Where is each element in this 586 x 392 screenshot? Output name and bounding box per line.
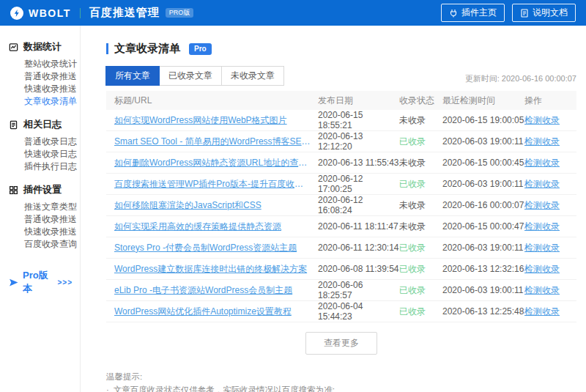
filter-tab[interactable]: 已收录文章 [159,66,222,86]
check-index-link[interactable]: 检测收录 [524,285,560,295]
tips-title: 温馨提示: [106,371,576,383]
sidebar-section-title: 插件设置 [9,183,80,196]
sidebar-section-title: 数据统计 [9,40,80,53]
table-header: 标题/URL 发布日期 收录状态 最近检测时间 操作 [106,91,576,110]
sidebar-item[interactable]: 快速收录日志 [9,147,80,160]
main-content: 文章收录清单 Pro 所有文章已收录文章未收录文章 更新时间: 2020-06-… [81,26,586,392]
sidebar-item[interactable]: 普通收录日志 [9,135,80,147]
article-title-link[interactable]: Smart SEO Tool - 简单易用的WordPress博客SEO优化插件 [114,136,318,148]
sidebar-item[interactable]: 插件执行日志 [9,160,80,172]
table-body: 如何实现WordPress网站使用WebP格式图片 2020-06-15 18:… [106,110,576,322]
publish-date: 2020-06-13 12:12:20 [318,131,399,152]
article-title-link[interactable]: WordPress网站优化插件Autoptimize设置教程 [114,306,318,318]
check-index-link[interactable]: 检测收录 [524,243,560,253]
article-title-link[interactable]: Storeys Pro -付费会员制WordPress资源站主题 [114,242,318,254]
sidebar-item[interactable]: 推送文章类型 [9,200,80,212]
sidebar-item[interactable]: 快速收录推送 [9,82,80,95]
article-title-link[interactable]: 如何移除阻塞渲染的JavaScript和CSS [114,199,318,212]
check-index-link[interactable]: 检测收录 [524,115,560,125]
sidebar-pro-link[interactable]: Pro版本 >>> [9,269,80,295]
article-title-link[interactable]: 如何实现采用高效的缓存策略提供静态资源 [114,221,318,233]
check-index-link[interactable]: 检测收录 [524,179,560,189]
col-header-index-status: 收录状态 [399,95,442,107]
last-check-time: 2020-06-16 00:00:07 [442,200,524,210]
header-button-label: 说明文档 [533,7,568,19]
check-index-link[interactable]: 检测收录 [524,264,560,274]
sidebar-item[interactable]: 整站收录统计 [9,57,80,70]
last-check-time: 2020-06-13 12:32:16 [442,264,524,274]
pro-label: Pro版本 [23,269,53,295]
title-accent-bar [106,43,108,54]
grid-icon [9,185,18,195]
tips-panel: 温馨提示: 文章百度收录状态仅供参考，实际收录情况以百度搜索为准;插件根据实际情… [106,371,576,392]
articles-table: 标题/URL 发布日期 收录状态 最近检测时间 操作 如何实现WordPress… [106,91,576,322]
article-title-link[interactable]: 百度搜索推送管理WP插件Pro版本-提升百度收录效率 [114,178,318,191]
publish-date: 2020-06-08 11:39:54 [318,264,399,274]
publish-date: 2020-06-11 12:30:14 [318,243,399,253]
docs-button[interactable]: 说明文档 [512,4,576,22]
load-more-button[interactable]: 查看更多 [305,332,377,355]
app-title: 百度推送管理 [89,6,160,20]
sidebar-item[interactable]: 普通收录推送 [9,70,80,82]
index-status: 未收录 [399,157,442,169]
sidebar-section-label: 数据统计 [23,40,62,53]
plugin-home-button[interactable]: 插件主页 [441,4,505,22]
filter-tab[interactable]: 未收录文章 [221,66,284,86]
chart-icon [9,42,18,52]
last-check-time: 2020-06-13 12:25:48 [442,306,524,317]
sidebar-item[interactable]: 百度收录查询 [9,237,80,250]
sidebar-section: 插件设置 推送文章类型普通收录推送快速收录推送百度收录查询 [9,183,80,250]
index-status: 未收录 [399,199,442,212]
article-title-link[interactable]: WordPress建立数据库连接时出错的终极解决方案 [114,263,318,275]
article-title-link[interactable]: eLib Pro -电子书资源站WordPress会员制主题 [114,284,318,297]
sidebar-item[interactable]: 快速收录推送 [9,225,80,237]
index-status: 已收录 [399,284,442,297]
last-check-time: 2020-06-03 19:00:11 [442,179,524,189]
check-index-link[interactable]: 检测收录 [524,221,560,232]
pro-badge: Pro [189,43,212,55]
table-row: 如何移除阻塞渲染的JavaScript和CSS 2020-06-12 16:08… [106,195,576,216]
publish-date: 2020-06-06 18:25:57 [318,280,399,300]
check-index-link[interactable]: 检测收录 [524,306,560,317]
table-row: 如何实现采用高效的缓存策略提供静态资源 2020-06-11 18:11:47 … [106,216,576,237]
table-row: Storeys Pro -付费会员制WordPress资源站主题 2020-06… [106,237,576,259]
index-status: 已收录 [399,178,442,191]
tabs-row: 所有文章已收录文章未收录文章 更新时间: 2020-06-16 00:00:07 [106,66,576,86]
wbolt-logo-icon [10,7,23,20]
index-status: 未收录 [399,221,442,233]
version-badge: PRO版 [166,8,194,18]
sidebar: 数据统计 整站收录统计普通收录推送快速收录推送文章收录清单 相关日志 普通收录日… [0,26,81,392]
sidebar-item[interactable]: 普通收录推送 [9,212,80,225]
sidebar-section-title: 相关日志 [9,118,80,131]
publish-date: 2020-06-04 15:44:23 [318,301,399,322]
header-button-label: 插件主页 [461,7,497,19]
page-body: 数据统计 整站收录统计普通收录推送快速收录推送文章收录清单 相关日志 普通收录日… [0,26,586,392]
sidebar-item[interactable]: 文章收录清单 [9,95,80,107]
document-icon [520,9,529,18]
header-actions: 插件主页 说明文档 [441,4,576,22]
sidebar-section: 相关日志 普通收录日志快速收录日志插件执行日志 [9,118,80,172]
chevrons-right-icon: >>> [57,278,73,286]
log-icon [9,120,18,130]
index-status: 已收录 [399,242,442,254]
col-header-action: 操作 [524,95,576,107]
publish-date: 2020-06-15 18:55:21 [318,110,399,130]
check-index-link[interactable]: 检测收录 [524,158,560,168]
index-status: 已收录 [399,306,442,318]
check-index-link[interactable]: 检测收录 [524,200,560,210]
sidebar-section-items: 整站收录统计普通收录推送快速收录推送文章收录清单 [9,57,80,107]
publish-date: 2020-06-13 11:55:43 [318,158,399,168]
plug-icon [449,9,458,18]
index-status: 已收录 [399,263,442,275]
filter-tab[interactable]: 所有文章 [105,66,160,86]
check-index-link[interactable]: 检测收录 [524,136,560,147]
article-title-link[interactable]: 如何实现WordPress网站使用WebP格式图片 [114,114,318,127]
last-check-time: 2020-06-15 19:00:05 [442,115,524,125]
publish-date: 2020-06-12 16:08:24 [318,195,399,215]
update-time: 更新时间: 2020-06-16 00:00:07 [465,73,576,86]
header-divider [80,8,81,18]
sidebar-section: 数据统计 整站收录统计普通收录推送快速收录推送文章收录清单 [9,40,80,107]
article-title-link[interactable]: 如何删除WordPress网站静态资源URL地址的查询字符串 [114,157,318,169]
sidebar-section-label: 相关日志 [23,118,62,131]
table-row: 如何实现WordPress网站使用WebP格式图片 2020-06-15 18:… [106,110,576,131]
